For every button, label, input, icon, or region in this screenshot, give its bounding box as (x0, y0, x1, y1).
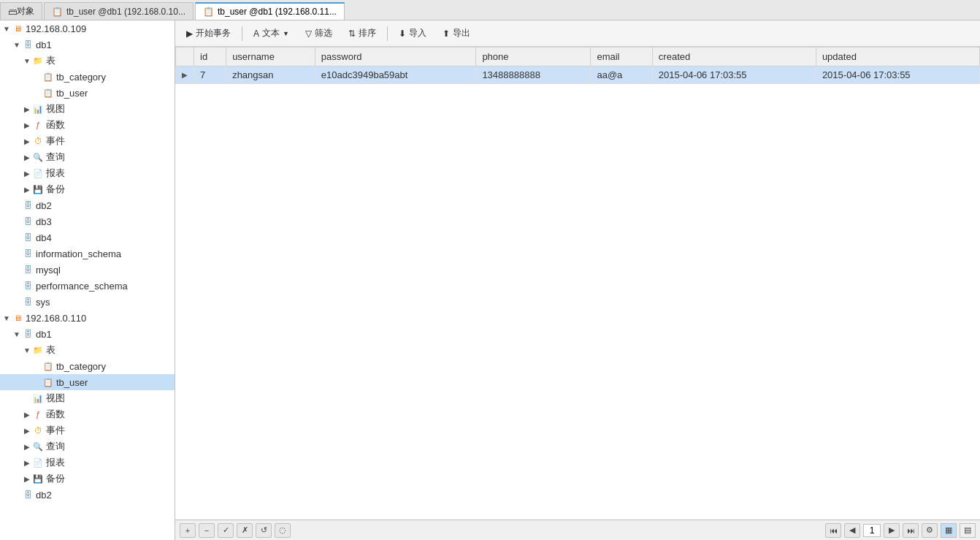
grid-view-button[interactable]: ▦ (941, 523, 957, 538)
db4-s1-label: db4 (36, 232, 52, 243)
cell-updated[interactable]: 2015-04-06 17:03:55 (816, 66, 979, 84)
table-folder-s2-item[interactable]: ▼ 📁 表 (0, 342, 175, 358)
col-header-phone[interactable]: phone (476, 47, 591, 66)
col-header-created[interactable]: created (652, 47, 816, 66)
view-s2-icon: 📊 (32, 393, 44, 403)
begin-tx-button[interactable]: ▶ 开始事务 (180, 24, 237, 42)
func-s1-icon: ƒ (32, 120, 44, 130)
event-s1-label: 事件 (46, 134, 65, 148)
event-s2-label: 事件 (46, 424, 65, 437)
func-s2-item[interactable]: ▶ ƒ 函数 (0, 406, 175, 422)
event-s1-item[interactable]: ▶ ⏱ 事件 (0, 133, 175, 149)
tb-cat-s1-icon: 📋 (42, 72, 54, 82)
col-header-updated[interactable]: updated (816, 47, 979, 66)
col-header-password[interactable]: password (315, 47, 476, 66)
func-s1-label: 函数 (46, 118, 65, 132)
toolbar-sep-1 (242, 26, 242, 41)
db1-s1-item[interactable]: ▼ 🗄 db1 (0, 37, 175, 53)
query-s2-label: 查询 (46, 440, 65, 453)
tb-user-s2-label: tb_user (56, 377, 88, 388)
filter-button[interactable]: ▽ 筛选 (299, 24, 339, 42)
db1-s1-arrow: ▼ (12, 41, 22, 49)
view-s1-item[interactable]: ▶ 📊 视图 (0, 101, 175, 117)
table-folder-s1-icon: 📁 (32, 56, 44, 66)
query-s1-icon: 🔍 (32, 152, 44, 162)
import-button[interactable]: ⬇ 导入 (392, 24, 433, 42)
confirm-button[interactable]: ✓ (218, 523, 234, 538)
tb-user-s1-label: tb_user (56, 88, 88, 99)
information-schema-s1-item[interactable]: 🗄 information_schema (0, 246, 175, 262)
db1-s2-item[interactable]: ▼ 🗄 db1 (0, 326, 175, 342)
backup-s1-item[interactable]: ▶ 💾 备份 (0, 181, 175, 197)
tab-tb-user-2[interactable]: 📋 tb_user @db1 (192.168.0.11... (195, 2, 345, 20)
col-header-id[interactable]: id (194, 47, 226, 66)
db1-s2-arrow: ▼ (12, 330, 22, 338)
report-s1-item[interactable]: ▶ 📄 报表 (0, 165, 175, 181)
func-s1-item[interactable]: ▶ ƒ 函数 (0, 117, 175, 133)
sys-s1-item[interactable]: 🗄 sys (0, 294, 175, 310)
import-label: 导入 (409, 27, 426, 39)
tab-object[interactable]: 🗃 对象 (0, 2, 42, 20)
table-folder-s2-arrow: ▼ (22, 346, 32, 354)
backup-s1-label: 备份 (46, 183, 65, 196)
settings-button[interactable]: ⚙ (922, 523, 938, 538)
db4-s1-item[interactable]: 🗄 db4 (0, 229, 175, 246)
server2-icon: 🖥 (12, 313, 23, 323)
perf-schema-s1-icon: 🗄 (22, 281, 34, 291)
query-s1-arrow: ▶ (22, 153, 32, 161)
backup-s2-item[interactable]: ▶ 💾 备份 (0, 471, 175, 487)
toolbar-sep-2 (387, 26, 388, 41)
cell-username[interactable]: zhangsan (226, 66, 315, 84)
db3-s1-label: db3 (36, 216, 52, 227)
remove-row-button[interactable]: − (199, 523, 215, 538)
event-s2-item[interactable]: ▶ ⏱ 事件 (0, 422, 175, 438)
tb-category-s1-item[interactable]: 📋 tb_category (0, 69, 175, 85)
tb-user-s2-item[interactable]: 📋 tb_user (0, 374, 175, 390)
query-s1-item[interactable]: ▶ 🔍 查询 (0, 149, 175, 165)
db2-s1-item[interactable]: 🗄 db2 (0, 197, 175, 213)
clear-button[interactable]: ◌ (275, 523, 291, 538)
view-s2-item[interactable]: 📊 视图 (0, 390, 175, 406)
next-page-button[interactable]: ▶ (884, 523, 900, 538)
report-s2-item[interactable]: ▶ 📄 报表 (0, 455, 175, 471)
tab-tb-user-1[interactable]: 📋 tb_user @db1 (192.168.0.10... (44, 2, 194, 20)
col-header-email[interactable]: email (591, 47, 652, 66)
mysql-s1-label: mysql (36, 265, 61, 275)
export-button[interactable]: ⬆ 导出 (436, 24, 477, 42)
first-page-button[interactable]: ⏮ (825, 523, 841, 538)
tb-category-s2-item[interactable]: 📋 tb_category (0, 358, 175, 374)
tb-user-s2-icon: 📋 (42, 377, 54, 387)
text-button[interactable]: A 文本 ▼ (247, 24, 296, 42)
server1-item[interactable]: ▼ 🖥 192.168.0.109 (0, 20, 175, 37)
table-folder-s1-item[interactable]: ▼ 📁 表 (0, 53, 175, 69)
cell-email[interactable]: aa@a (591, 66, 652, 84)
table-row[interactable]: ▶ 7 zhangsan e10adc3949ba59abt 134888888… (176, 66, 980, 84)
query-s2-item[interactable]: ▶ 🔍 查询 (0, 438, 175, 455)
text-dropdown-icon: ▼ (283, 30, 289, 37)
sort-button[interactable]: ⇅ 排序 (342, 24, 383, 42)
func-s2-arrow: ▶ (22, 411, 32, 419)
cell-phone[interactable]: 13488888888 (476, 66, 591, 84)
form-view-button[interactable]: ▤ (960, 523, 976, 538)
view-s2-label: 视图 (46, 392, 65, 405)
refresh-button[interactable]: ↺ (256, 523, 272, 538)
object-tab-icon: 🗃 (8, 7, 17, 17)
col-header-username[interactable]: username (226, 47, 315, 66)
cancel-button[interactable]: ✗ (237, 523, 253, 538)
cell-id[interactable]: 7 (194, 66, 226, 84)
cell-created[interactable]: 2015-04-06 17:03:55 (652, 66, 816, 84)
backup-s2-arrow: ▶ (22, 475, 32, 483)
add-row-button[interactable]: + (180, 523, 196, 538)
view-s1-label: 视图 (46, 102, 65, 115)
server2-item[interactable]: ▼ 🖥 192.168.0.110 (0, 310, 175, 326)
cell-password[interactable]: e10adc3949ba59abt (315, 66, 476, 84)
db3-s1-item[interactable]: 🗄 db3 (0, 213, 175, 229)
prev-page-button[interactable]: ◀ (844, 523, 860, 538)
db2-s2-label: db2 (36, 490, 52, 501)
db2-s2-item[interactable]: 🗄 db2 (0, 487, 175, 503)
tb-user-s1-item[interactable]: 📋 tb_user (0, 85, 175, 101)
perf-schema-s1-item[interactable]: 🗄 performance_schema (0, 278, 175, 294)
mysql-s1-item[interactable]: 🗄 mysql (0, 262, 175, 278)
object-tab-label: 对象 (17, 5, 34, 18)
last-page-button[interactable]: ⏭ (903, 523, 919, 538)
